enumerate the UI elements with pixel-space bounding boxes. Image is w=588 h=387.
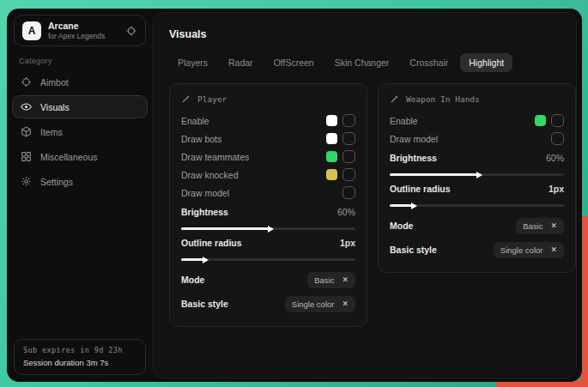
tag-text: Single color <box>292 299 335 309</box>
tag-text: Basic <box>523 221 543 231</box>
basic-style-tag[interactable]: Single color ✕ <box>494 242 564 258</box>
slider-track[interactable] <box>181 258 355 261</box>
select-label: Mode <box>390 221 413 231</box>
slider-thumb[interactable] <box>203 257 209 263</box>
slider-label: Outline radius <box>390 184 451 194</box>
main-pane: Visuals Players Radar OffScreen Skin Cha… <box>153 12 577 378</box>
checkbox[interactable] <box>342 186 355 199</box>
grid-icon <box>21 151 32 162</box>
app-window: A Arcane for Apex Legends Category Aimbo… <box>7 9 582 382</box>
toggle-row-draw-bots: Draw bots <box>181 130 355 148</box>
mode-tag[interactable]: Basic ✕ <box>307 272 355 288</box>
slider-value: 60% <box>546 153 564 163</box>
slider-track[interactable] <box>390 204 564 207</box>
tab-players[interactable]: Players <box>169 53 216 72</box>
page-title: Visuals <box>169 28 576 40</box>
slider-outline-radius: Outline radius 1px <box>181 238 355 261</box>
tab-skin-changer[interactable]: Skin Changer <box>326 53 398 72</box>
wand-icon <box>390 94 400 104</box>
checkbox[interactable] <box>342 168 355 181</box>
toggle-label: Draw knocked <box>181 170 239 180</box>
slider-outline-radius: Outline radius 1px <box>390 184 564 207</box>
slider-fill <box>181 258 203 261</box>
app-logo: A <box>22 21 41 40</box>
slider-thumb[interactable] <box>476 172 482 178</box>
sidebar-item-label: Aimbot <box>40 77 69 88</box>
checkbox[interactable] <box>342 150 355 163</box>
sidebar-item-miscellaneous[interactable]: Miscellaneous <box>12 145 148 168</box>
color-swatch[interactable] <box>326 169 337 180</box>
color-swatch[interactable] <box>326 151 337 162</box>
wand-icon <box>181 94 191 104</box>
select-row-basic-style: Basic style Single color ✕ <box>181 293 355 315</box>
cube-icon <box>21 126 32 137</box>
sidebar-item-items[interactable]: Items <box>12 120 148 143</box>
select-label: Basic style <box>181 299 228 309</box>
app-title: Arcane <box>48 21 105 32</box>
gear-icon <box>21 176 32 187</box>
close-icon[interactable]: ✕ <box>550 246 557 254</box>
slider-label: Brightness <box>390 153 437 163</box>
slider-thumb[interactable] <box>411 203 417 209</box>
sidebar-item-label: Settings <box>40 177 73 187</box>
tab-offscreen[interactable]: OffScreen <box>265 53 323 72</box>
sidebar-item-aimbot[interactable]: Aimbot <box>12 70 148 94</box>
toggle-row-draw-model: Draw model <box>181 184 355 202</box>
panel-title: Weapon In Hands <box>406 94 480 104</box>
mode-tag[interactable]: Basic ✕ <box>516 218 564 234</box>
tab-bar: Players Radar OffScreen Skin Changer Cro… <box>169 53 576 72</box>
toggle-label: Draw bots <box>181 134 221 144</box>
tab-highlight[interactable]: Highlight <box>460 53 512 72</box>
select-row-mode: Mode Basic ✕ <box>181 269 355 291</box>
app-subtitle: for Apex Legends <box>48 32 105 41</box>
toggle-row-enable: Enable <box>390 112 564 130</box>
panel-weapon-header: Weapon In Hands <box>390 94 564 104</box>
eye-icon <box>21 101 32 112</box>
slider-track[interactable] <box>390 173 564 176</box>
close-icon[interactable]: ✕ <box>342 300 349 308</box>
panel-player-header: Player <box>181 94 355 104</box>
checkbox[interactable] <box>551 114 564 127</box>
toggle-row-draw-model: Draw model <box>390 130 564 148</box>
select-label: Basic style <box>390 245 437 255</box>
color-swatch[interactable] <box>326 133 337 144</box>
toggle-row-draw-knocked: Draw knocked <box>181 166 355 184</box>
app-titles: Arcane for Apex Legends <box>48 21 105 41</box>
subscription-info-box: Sub expires in 9d 23h Session duration 3… <box>14 339 146 375</box>
slider-track[interactable] <box>181 227 355 230</box>
select-label: Mode <box>181 275 204 285</box>
sub-expiry-text: Sub expires in 9d 23h <box>23 346 136 354</box>
toggle-label: Draw model <box>181 188 229 198</box>
toggle-label: Draw teammates <box>181 152 249 162</box>
color-swatch[interactable] <box>326 115 337 126</box>
checkbox[interactable] <box>342 114 355 127</box>
target-icon[interactable] <box>125 25 137 37</box>
color-swatch[interactable] <box>535 115 546 126</box>
slider-thumb[interactable] <box>268 226 274 233</box>
sidebar-item-label: Items <box>40 127 63 137</box>
panel-title: Player <box>197 94 227 104</box>
panel-player: Player Enable Draw bots <box>169 83 367 327</box>
sidebar-nav: Aimbot Visuals Items <box>7 70 153 193</box>
sidebar-item-visuals[interactable]: Visuals <box>12 95 148 118</box>
sidebar-item-label: Visuals <box>40 102 70 112</box>
checkbox[interactable] <box>551 132 564 145</box>
sidebar-item-settings[interactable]: Settings <box>12 170 148 193</box>
close-icon[interactable]: ✕ <box>550 222 557 230</box>
slider-brightness: Brightness 60% <box>181 207 355 230</box>
crosshair-icon <box>21 76 32 88</box>
select-row-basic-style: Basic style Single color ✕ <box>390 239 564 261</box>
sidebar-header: A Arcane for Apex Legends <box>14 15 146 46</box>
tab-radar[interactable]: Radar <box>220 53 262 72</box>
toggle-label: Enable <box>181 116 209 126</box>
slider-brightness: Brightness 60% <box>390 153 564 176</box>
close-icon[interactable]: ✕ <box>342 276 349 284</box>
sidebar-item-label: Miscellaneous <box>40 152 98 162</box>
tag-text: Basic <box>314 275 334 285</box>
checkbox[interactable] <box>342 132 355 145</box>
tab-crosshair[interactable]: Crosshair <box>401 53 457 72</box>
basic-style-tag[interactable]: Single color ✕ <box>285 296 355 312</box>
slider-label: Brightness <box>181 207 228 217</box>
tag-text: Single color <box>500 245 543 255</box>
slider-fill <box>181 227 269 230</box>
